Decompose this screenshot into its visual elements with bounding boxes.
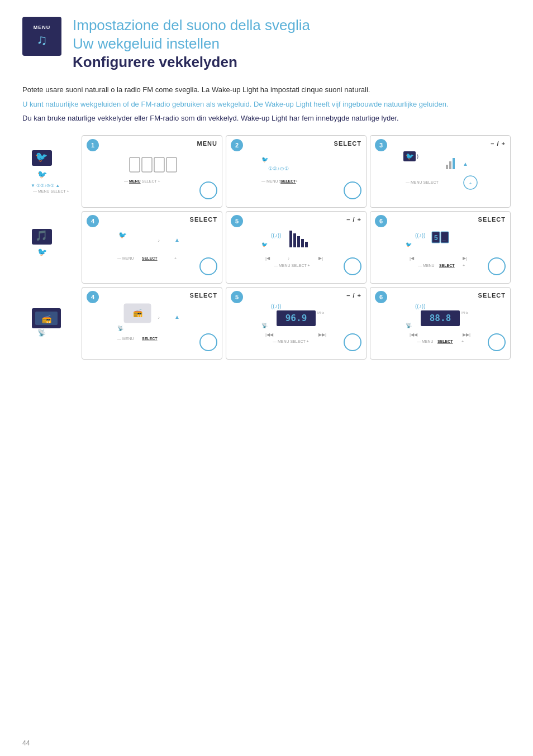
svg-text:🎵: 🎵 <box>35 229 48 242</box>
step-6-freq-confirm-knob <box>488 333 506 351</box>
svg-text:((♪)): ((♪)) <box>271 232 281 238</box>
step-3-cell: 3 – / + 🐦 ) ▲ — MENU SELECT + <box>370 135 511 208</box>
svg-text:88.8: 88.8 <box>430 313 451 323</box>
step-4-radio-knob <box>199 333 217 351</box>
svg-text:— MENU  SELECT  +: — MENU SELECT + <box>33 189 69 193</box>
step-5-freq-illustration: ((♪)) 96.9 MHz 📡 |◀◀ ▶▶| — MENU SELECT + <box>257 298 335 348</box>
step-4-nature-number: 4 <box>87 215 99 227</box>
step-4-nature-knob <box>199 257 217 275</box>
svg-text:SELECT: SELECT <box>142 337 158 341</box>
svg-text:((♪)): ((♪)) <box>415 303 425 309</box>
svg-text:— MENU  SELECT  +: — MENU SELECT + <box>274 264 310 267</box>
nature-icon-cell: 🐦 🐦 ▼ ①②♪⊙① ▲ — MENU SELECT + <box>22 135 78 208</box>
step-3-device: 🐦 ) ▲ — MENU SELECT + <box>375 140 506 203</box>
svg-rect-8 <box>166 157 177 172</box>
svg-text:🐦: 🐦 <box>37 247 47 257</box>
step-4-nature-cell: 4 SELECT 🐦 ♪ ▲ — MENU SELECT + <box>82 211 222 284</box>
svg-text:— MENU: — MENU <box>117 256 134 260</box>
svg-text:🐦: 🐦 <box>261 241 268 248</box>
svg-text:+: + <box>461 339 464 343</box>
svg-text:— MENU  SELECT  +: — MENU SELECT + <box>273 339 309 343</box>
svg-text:📡: 📡 <box>261 322 268 329</box>
step-5-freq-number: 5 <box>231 291 243 303</box>
step-1-number: 1 <box>87 139 99 151</box>
svg-text:📻: 📻 <box>133 308 143 318</box>
step-1-device: — MENU SELECT + MENU <box>87 140 217 203</box>
step-2-device: 🐦 ①②♪⊙① — MENU SELECT + SELECT <box>231 140 361 203</box>
instruction-row-2: 🎵 🐦 4 SELECT 🐦 ♪ ▲ — MENU SELECT + 5 – /… <box>22 211 511 284</box>
step-5-freq-device: ((♪)) 96.9 MHz 📡 |◀◀ ▶▶| — MENU SELECT + <box>231 292 361 355</box>
svg-text:SELECT: SELECT <box>437 339 453 343</box>
step-5-freq-cell: 5 – / + ((♪)) 96.9 MHz 📡 |◀◀ ▶▶| — MENU … <box>226 287 367 360</box>
svg-text:▲: ▲ <box>463 161 468 167</box>
svg-text:♪: ♪ <box>158 238 160 243</box>
svg-text:_: _ <box>442 235 446 241</box>
step-6-confirm-number: 6 <box>375 215 387 227</box>
svg-text:♪: ♪ <box>288 256 290 260</box>
step-6-freq-confirm-illustration: ((♪)) 88.8 MHz 📡 |◀◀ ▶▶| — MENU SELECT + <box>401 298 479 348</box>
desc-italian: Potete usare suoni naturali o la radio F… <box>22 84 511 95</box>
svg-text:|◀◀: |◀◀ <box>410 332 418 337</box>
step-6-freq-confirm-action: SELECT <box>478 292 506 299</box>
svg-text:5: 5 <box>434 234 438 242</box>
svg-text:▶|: ▶| <box>318 256 323 261</box>
step-5-freq-knob <box>344 333 361 351</box>
svg-rect-38 <box>297 236 300 247</box>
svg-rect-19 <box>449 161 451 169</box>
svg-text:🐦: 🐦 <box>261 156 269 163</box>
step-6-confirm-illustration: ((♪)) 🐦 5 _ |◀ ▶| — MENU SELECT + <box>401 225 479 270</box>
svg-text:MHz: MHz <box>461 311 468 314</box>
svg-text:▶▶|: ▶▶| <box>463 332 470 337</box>
step-2-action: SELECT <box>334 140 361 147</box>
title-italian: Impostazione del suono della sveglia <box>73 17 310 34</box>
instruction-row-1: 🐦 🐦 ▼ ①②♪⊙① ▲ — MENU SELECT + 1 MENU — M… <box>22 135 511 208</box>
svg-text:♪: ♪ <box>158 315 160 320</box>
step-1-cell: 1 MENU — MENU SELECT + MENU <box>82 135 222 208</box>
step-4-radio-action: SELECT <box>190 292 217 299</box>
step-3-number: 3 <box>375 139 387 151</box>
step-2-illustration: 🐦 ①②♪⊙① — MENU SELECT + SELECT <box>257 149 335 194</box>
svg-text:▶▶|: ▶▶| <box>318 332 326 337</box>
radio-symbol: ♫ <box>36 31 47 49</box>
step-6-confirm-device: ((♪)) 🐦 5 _ |◀ ▶| — MENU SELECT + <box>375 216 506 279</box>
svg-text:🐦: 🐦 <box>406 241 412 248</box>
svg-text:96.9: 96.9 <box>285 313 307 323</box>
svg-rect-36 <box>289 231 292 247</box>
svg-text:|◀: |◀ <box>265 256 270 261</box>
step-5-volume-device: ((♪)) 🐦 |◀ ♪ ▶| — MENU SELECT + <box>231 216 361 279</box>
header-titles: Impostazione del suono della sveglia Uw … <box>73 17 310 71</box>
step-5-volume-number: 5 <box>231 215 243 227</box>
title-norwegian: Konfigurere vekkelyden <box>73 54 310 71</box>
svg-text:SELECT: SELECT <box>439 264 455 267</box>
step-4-nature-device: 🐦 ♪ ▲ — MENU SELECT + <box>87 216 217 279</box>
svg-text:▼ ①②♪⊙①  ▲: ▼ ①②♪⊙① ▲ <box>31 183 60 188</box>
svg-text:🐦: 🐦 <box>406 152 414 160</box>
step-1-knob <box>199 181 217 199</box>
svg-text:— MENU  SELECT: — MENU SELECT <box>406 180 439 184</box>
svg-text:📻: 📻 <box>42 314 52 324</box>
svg-text:((♪)): ((♪)) <box>415 232 425 238</box>
svg-rect-5 <box>130 157 140 172</box>
svg-text:— MENU: — MENU <box>418 264 435 267</box>
svg-rect-37 <box>293 233 296 247</box>
step-1-illustration: — MENU SELECT + MENU <box>113 149 191 194</box>
svg-text:— MENU: — MENU <box>117 337 134 341</box>
svg-text:▲: ▲ <box>174 314 180 320</box>
svg-rect-7 <box>154 157 164 172</box>
step-3-illustration: 🐦 ) ▲ — MENU SELECT + <box>401 149 479 194</box>
step-4-radio-number: 4 <box>87 291 99 303</box>
step-5-volume-illustration: ((♪)) 🐦 |◀ ♪ ▶| — MENU SELECT + <box>257 225 335 270</box>
svg-text:+: + <box>174 256 177 260</box>
svg-text:+: + <box>469 181 472 186</box>
title-dutch: Uw wekgeluid instellen <box>73 35 310 52</box>
description-section: Potete usare suoni naturali o la radio F… <box>22 84 511 124</box>
nature-sound-icon: 🐦 🐦 ▼ ①②♪⊙① ▲ — MENU SELECT + <box>31 149 70 194</box>
desc-norwegian: Du kan bruke naturlige vekkelyder eller … <box>22 113 511 124</box>
page-number: 44 <box>22 739 30 747</box>
svg-rect-40 <box>305 242 308 247</box>
step-6-confirm-action: SELECT <box>478 216 506 223</box>
svg-text:📡: 📡 <box>37 328 46 337</box>
step-6-confirm-cell: 6 SELECT ((♪)) 🐦 5 _ |◀ ▶| — MENU SELECT… <box>370 211 511 284</box>
svg-text:🐦: 🐦 <box>35 151 48 163</box>
step-5-volume-action: – / + <box>346 216 361 223</box>
